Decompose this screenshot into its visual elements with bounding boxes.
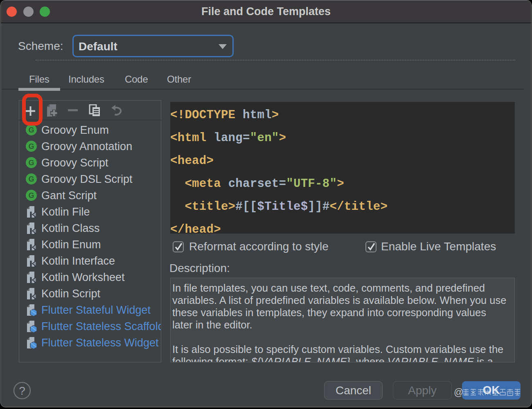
svg-text:?: ? [19,384,25,397]
